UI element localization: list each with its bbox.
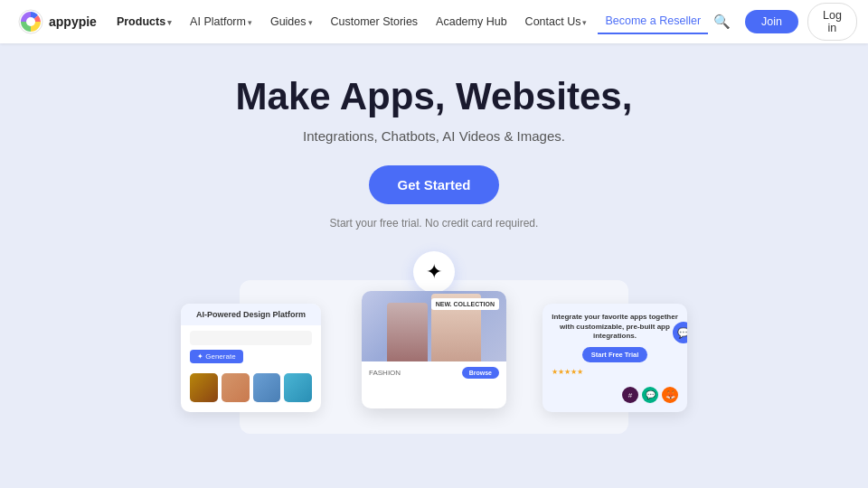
hero-note: Start your free trial. No credit card re… <box>18 217 850 230</box>
nav-item-products[interactable]: Products ▾ <box>109 10 179 33</box>
hero-title: Make Apps, Websites, <box>18 76 850 117</box>
generated-image-2 <box>222 373 250 402</box>
nav-item-ai-platform[interactable]: AI Platform ▾ <box>183 10 259 33</box>
design-prompt-input[interactable] <box>190 331 312 345</box>
chevron-down-icon: ▾ <box>167 18 172 27</box>
fashion-label: FASHION <box>369 369 401 377</box>
chevron-down-icon: ▾ <box>248 18 252 27</box>
login-button[interactable]: Log in <box>807 3 857 41</box>
design-images-row <box>181 369 321 409</box>
logo[interactable]: appypie <box>18 9 97 34</box>
hero-section: Make Apps, Websites, Integrations, Chatb… <box>0 43 868 468</box>
nav-item-customer-stories[interactable]: Customer Stories <box>324 10 426 33</box>
nav-item-contact-us[interactable]: Contact Us ▾ <box>518 10 595 33</box>
navbar: appypie Products ▾ AI Platform ▾ Guides … <box>0 0 868 43</box>
chevron-down-icon: ▾ <box>582 18 587 27</box>
fashion-badge: NEW. COLLECTION <box>431 298 499 310</box>
nav-item-reseller[interactable]: Become a Reseller <box>598 9 708 34</box>
generated-image-4 <box>284 373 312 402</box>
fashion-card-bottom: FASHION Browse <box>362 361 506 384</box>
design-card: AI-Powered Design Platform ✦ Generate <box>181 304 321 412</box>
nav-links: Products ▾ AI Platform ▾ Guides ▾ Custom… <box>109 9 708 34</box>
nav-item-guides[interactable]: Guides ▾ <box>263 10 320 33</box>
brand-name: appypie <box>49 14 97 29</box>
chat-icon: 💬 <box>642 387 658 403</box>
ecommerce-card: Integrate your favorite apps together wi… <box>542 304 687 412</box>
generate-button[interactable]: ✦ Generate <box>190 350 243 363</box>
fashion-card: NEW. COLLECTION FASHION Browse <box>362 291 506 408</box>
search-button[interactable]: 🔍 <box>708 8 736 35</box>
nav-right: 🔍 Join Log in <box>708 3 857 41</box>
chevron-down-icon: ▾ <box>308 18 313 27</box>
nav-item-academy-hub[interactable]: Academy Hub <box>429 10 514 33</box>
generated-image-1 <box>190 373 218 402</box>
slack-icon: # <box>622 387 638 403</box>
sparkle-badge: ✦ <box>413 251 455 293</box>
svg-point-1 <box>26 17 35 26</box>
get-started-button[interactable]: Get Started <box>369 165 500 204</box>
logos-strip: sodexo DECATHLON ✓ 〜 accenture L'ORÉAL N… <box>0 468 868 488</box>
ecommerce-cta-button[interactable]: Start Free Trial <box>582 347 648 362</box>
ecommerce-title: Integrate your favorite apps together wi… <box>552 313 678 341</box>
search-icon: 🔍 <box>713 14 731 29</box>
logo-icon <box>18 9 43 34</box>
fashion-image: NEW. COLLECTION <box>362 291 506 361</box>
hero-visual: ✦ AI-Powered Design Platform ✦ Generate <box>108 251 760 450</box>
fashion-browse-button[interactable]: Browse <box>462 367 499 379</box>
sparkle-icon: ✦ <box>426 260 442 284</box>
integration-icons: # 💬 🦊 <box>622 387 678 403</box>
hero-subtitle: Integrations, Chatbots, AI Videos & Imag… <box>18 128 850 144</box>
ecommerce-stars: ★★★★★ <box>552 368 678 376</box>
join-button[interactable]: Join <box>745 10 798 33</box>
design-card-body: ✦ Generate <box>181 325 321 369</box>
generated-image-3 <box>253 373 281 402</box>
fox-icon: 🦊 <box>662 387 678 403</box>
design-card-header: AI-Powered Design Platform <box>181 304 321 325</box>
